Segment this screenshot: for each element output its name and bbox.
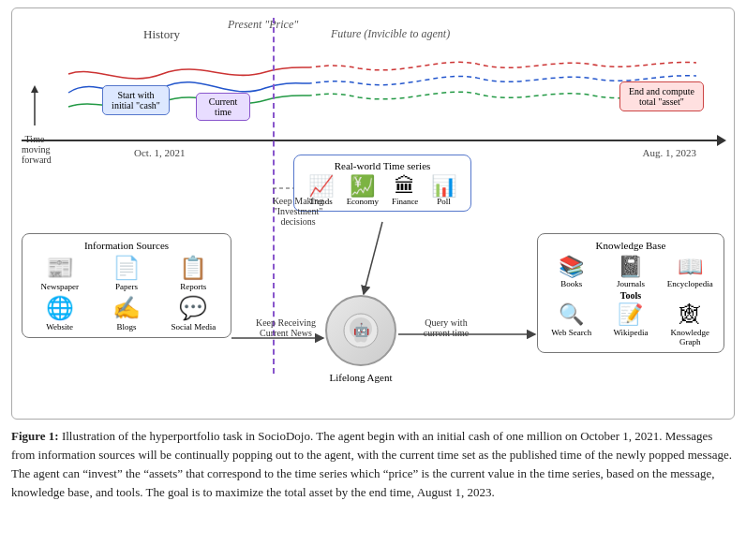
caption-text: Illustration of the hyperportfolio task …: [11, 429, 732, 499]
time-axis: [22, 140, 719, 141]
agent-circle: 🤖: [325, 295, 396, 366]
kb-grid-bottom: 🔍 Web Search 📝 Wikipedia 🕸 Knowledge Gra…: [544, 302, 718, 346]
rts-item-economy: 💹 Economy: [347, 176, 380, 206]
rts-item-finance: 🏛 Finance: [392, 176, 419, 206]
kb-title: Knowledge Base: [544, 240, 718, 251]
kb-grid-top: 📚 Books 📓 Journals 📖 Encyclopedia: [544, 255, 718, 288]
info-item-newspaper: 📰 Newspaper: [28, 255, 91, 291]
diagram: Time moving forward History Present "Pri…: [11, 7, 735, 420]
kb-item-encyclopedia: 📖 Encyclopedia: [663, 255, 718, 288]
info-grid: 📰 Newspaper 📄 Papers 📋 Reports 🌐 Website…: [28, 255, 225, 332]
label-future: Future (Invicible to agent): [331, 27, 450, 41]
info-item-blogs: ✍️ Blogs: [95, 295, 157, 332]
caption: Figure 1: Illustration of the hyperportf…: [11, 427, 735, 503]
info-item-papers: 📄 Papers: [95, 255, 157, 291]
arrow-keep-receiving: Keep Receiving Current News: [245, 317, 327, 338]
label-present: Present "Price": [228, 18, 298, 32]
rts-title: Real-world Time series: [302, 160, 463, 171]
agent-label: Lifelong Agent: [312, 372, 410, 383]
info-box: Information Sources 📰 Newspaper 📄 Papers…: [22, 233, 231, 338]
kb-item-books: 📚 Books: [544, 255, 599, 288]
kb-item-journals: 📓 Journals: [603, 255, 658, 288]
kb-item-websearch: 🔍 Web Search: [544, 302, 599, 346]
current-time-box: Current time: [196, 93, 250, 121]
svg-marker-1: [31, 85, 38, 93]
rts-item-poll: 📊 Poll: [431, 176, 456, 206]
end-box: End and compute total "asset": [619, 81, 704, 111]
wavy-lines-svg: [59, 37, 715, 130]
label-history: History: [143, 27, 180, 42]
start-box: Start with initial "cash": [102, 85, 170, 115]
kb-box: Knowledge Base 📚 Books 📓 Journals 📖 Ency…: [537, 233, 724, 353]
time-forward-label: Time moving forward: [22, 83, 48, 165]
main-container: Time moving forward History Present "Pri…: [0, 0, 746, 512]
kb-item-wikipedia: 📝 Wikipedia: [603, 302, 658, 346]
date-aug: Aug. 1, 2023: [643, 147, 696, 158]
svg-line-5: [364, 222, 382, 294]
arrow-query: Query with current time: [404, 317, 488, 338]
info-item-social: 💬 Social Media: [162, 295, 225, 332]
arrow-keep-making: Keep Making "Investment" decisions: [256, 196, 340, 227]
info-title: Information Sources: [28, 240, 225, 251]
kb-item-knowledge-graph: 🕸 Knowledge Graph: [663, 302, 718, 346]
svg-text:🤖: 🤖: [353, 322, 370, 338]
kb-tools-label: Tools: [544, 290, 718, 301]
info-item-website: 🌐 Website: [28, 295, 91, 332]
date-oct: Oct. 1, 2021: [134, 147, 185, 158]
info-item-reports: 📋 Reports: [162, 255, 225, 291]
figure-label: Figure 1:: [11, 429, 59, 443]
